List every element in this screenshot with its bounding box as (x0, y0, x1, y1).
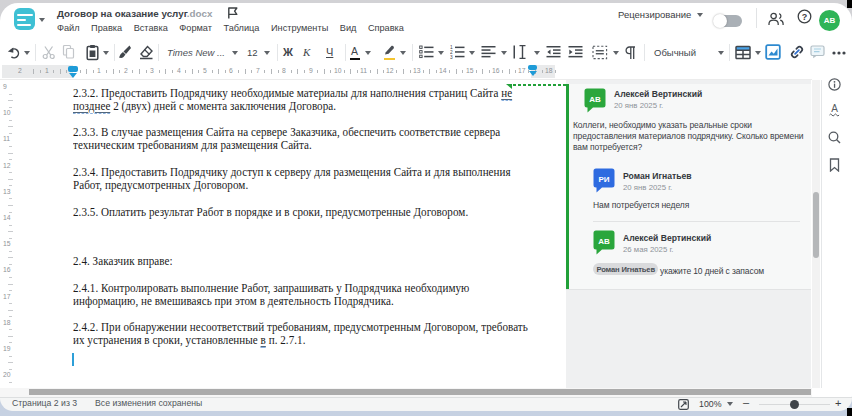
svg-text:3: 3 (450, 55, 453, 59)
svg-text:РИ: РИ (598, 175, 609, 184)
svg-text:А: А (831, 103, 838, 114)
svg-text:АВ: АВ (589, 95, 601, 104)
svg-text:АВ: АВ (598, 237, 610, 246)
svg-text:?: ? (802, 12, 808, 22)
